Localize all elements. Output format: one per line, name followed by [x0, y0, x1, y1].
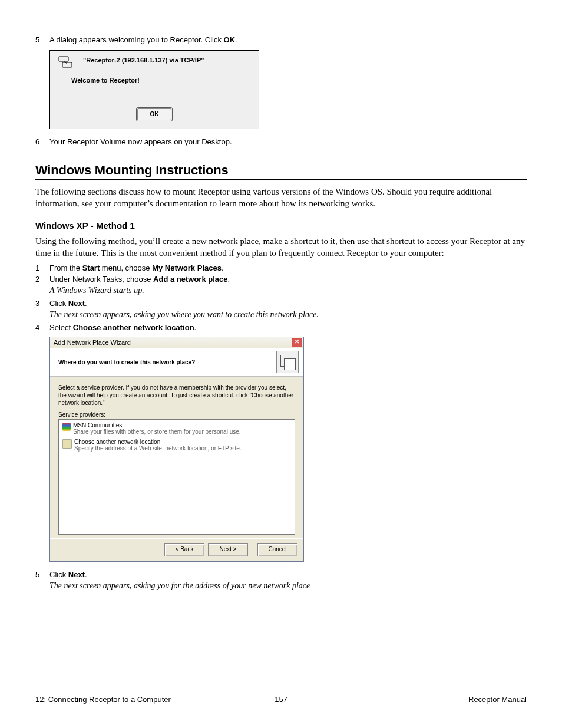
step-number: 4	[35, 323, 49, 332]
step-text: Under Network Tasks, choose Add a networ…	[49, 275, 527, 284]
text: .	[85, 299, 87, 308]
wizard-titlebar: Add Network Place Wizard ✕	[50, 337, 303, 348]
service-providers-label: Service providers:	[58, 411, 295, 418]
intro2-paragraph: Using the following method, you’ll creat…	[35, 235, 527, 259]
text: .	[85, 570, 87, 579]
wizard-content: Select a service provider. If you do not…	[50, 377, 303, 538]
step-b1: 1 From the Start menu, choose My Network…	[35, 263, 527, 272]
wizard-description: Select a service provider. If you do not…	[58, 384, 295, 407]
step-number: 5	[35, 570, 49, 579]
footer-manual-name: Receptor Manual	[468, 695, 527, 704]
ok-button-focus-ring: OK	[136, 107, 173, 121]
list-item-subtitle: Share your files with others, or store t…	[73, 429, 241, 435]
step-number: 5	[35, 35, 49, 44]
wizard-banner: Where do you want to create this network…	[50, 348, 303, 377]
list-item[interactable]: MSN Communities Share your files with ot…	[61, 421, 292, 436]
folder-icon	[62, 439, 72, 449]
text: .	[227, 275, 230, 284]
step-text: Select Choose another network location.	[49, 323, 527, 332]
step-number: 6	[35, 137, 49, 146]
step-number: 1	[35, 263, 49, 272]
network-places-icon	[276, 351, 299, 373]
back-button[interactable]: < Back	[164, 543, 204, 556]
text: Select	[49, 323, 73, 332]
footer-page-number: 157	[275, 695, 287, 704]
subsection-heading: Windows XP - Method 1	[35, 220, 527, 230]
text: Click	[49, 570, 68, 579]
step-text: A dialog appears welcoming you to Recept…	[49, 35, 527, 44]
footer-chapter: 12: Connecting Receptor to a Computer	[35, 695, 171, 704]
dialog-network-text: "Receptor-2 (192.168.1.137) via TCP/IP"	[83, 55, 204, 64]
intro-paragraph: The following sections discuss how to mo…	[35, 186, 527, 210]
step-number: 2	[35, 275, 49, 284]
bold: OK	[224, 35, 236, 44]
step-b2-note: A Windows Wizard starts up.	[49, 286, 527, 295]
step-number: 3	[35, 299, 49, 308]
svg-rect-0	[59, 57, 68, 61]
step-b2: 2 Under Network Tasks, choose Add a netw…	[35, 275, 527, 284]
network-drive-icon	[58, 55, 72, 68]
wizard-button-bar: < Back Next > Cancel	[50, 538, 303, 561]
list-item-title: MSN Communities	[73, 422, 241, 429]
text: .	[194, 323, 197, 332]
step-b5-note: The next screen appears, asking you for …	[49, 581, 527, 591]
step-b4: 4 Select Choose another network location…	[35, 323, 527, 332]
page-footer: 12: Connecting Receptor to a Computer 15…	[35, 691, 527, 704]
text: Under Network Tasks, choose	[49, 275, 153, 284]
section-heading: Windows Mounting Instructions	[35, 163, 527, 178]
cancel-button[interactable]: Cancel	[257, 543, 297, 556]
text: .	[235, 35, 237, 44]
step-b3-note: The next screen appears, asking you wher…	[49, 310, 527, 319]
bold: Add a network place	[153, 275, 227, 284]
step-b3: 3 Click Next.	[35, 299, 527, 308]
text: menu, choose	[100, 263, 152, 272]
msn-icon	[62, 423, 71, 431]
bold: My Network Places	[152, 263, 222, 272]
next-button[interactable]: Next >	[208, 543, 248, 556]
ok-button[interactable]: OK	[137, 108, 171, 120]
wizard-title: Add Network Place Wizard	[54, 339, 131, 346]
welcome-dialog: "Receptor-2 (192.168.1.137) via TCP/IP" …	[49, 50, 259, 129]
text: Click	[49, 299, 68, 308]
close-icon[interactable]: ✕	[292, 338, 302, 347]
step-6a: 6 Your Receptor Volume now appears on yo…	[35, 137, 527, 146]
step-text: Your Receptor Volume now appears on your…	[49, 137, 527, 146]
bold: Next	[68, 299, 85, 308]
heading-rule	[35, 179, 527, 180]
list-item[interactable]: Choose another network location Specify …	[61, 437, 292, 453]
step-text: Click Next.	[49, 570, 527, 579]
service-providers-listbox[interactable]: MSN Communities Share your files with ot…	[58, 419, 295, 535]
step-text: Click Next.	[49, 299, 527, 308]
step-b5: 5 Click Next.	[35, 570, 527, 579]
wizard-dialog-figure: Add Network Place Wizard ✕ Where do you …	[49, 337, 527, 562]
step-text: From the Start menu, choose My Network P…	[49, 263, 527, 272]
text: A dialog appears welcoming you to Recept…	[49, 35, 224, 44]
bold: Start	[82, 263, 100, 272]
wizard-question: Where do you want to create this network…	[58, 359, 195, 365]
text: .	[222, 263, 224, 272]
bold: Next	[68, 570, 85, 579]
add-network-place-wizard: Add Network Place Wizard ✕ Where do you …	[49, 337, 304, 562]
step-5a: 5 A dialog appears welcoming you to Rece…	[35, 35, 527, 44]
welcome-dialog-figure: "Receptor-2 (192.168.1.137) via TCP/IP" …	[49, 50, 527, 129]
text: From the	[49, 263, 82, 272]
svg-rect-1	[62, 62, 72, 67]
list-item-subtitle: Specify the address of a Web site, netwo…	[74, 445, 242, 452]
list-item-title: Choose another network location	[74, 439, 242, 445]
dialog-welcome-text: Welcome to Receptor!	[50, 68, 259, 84]
bold: Choose another network location	[73, 323, 194, 332]
